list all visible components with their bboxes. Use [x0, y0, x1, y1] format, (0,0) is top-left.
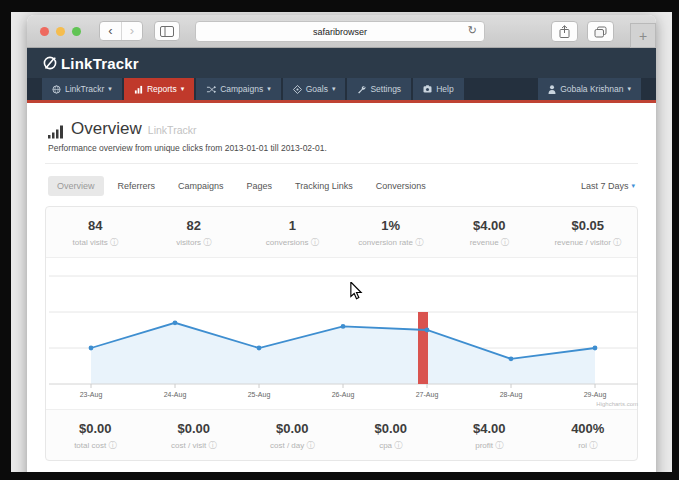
svg-text:28-Aug: 28-Aug	[500, 391, 523, 399]
stat-label: revenue	[470, 238, 499, 247]
app-logo[interactable]: LinkTrackr	[42, 55, 139, 72]
visits-chart[interactable]: 23-Aug24-Aug25-Aug26-Aug27-Aug28-Aug29-A…	[46, 257, 637, 410]
minimize-window-button[interactable]	[56, 27, 65, 36]
close-window-button[interactable]	[40, 27, 49, 36]
info-icon[interactable]: ⓘ	[108, 441, 116, 450]
app-nav: LinkTrackr ▾ Reports ▾ Camp	[27, 78, 656, 100]
fullscreen-window-button[interactable]	[72, 27, 81, 36]
stat-label: cost / visit	[171, 441, 206, 450]
stat-total-visits: 84 total visits ⓘ	[46, 218, 145, 248]
tab-overview[interactable]: Overview	[48, 176, 104, 196]
url-text: safaribrowser	[313, 27, 367, 37]
forward-button[interactable]: ›	[121, 22, 142, 40]
info-icon[interactable]: ⓘ	[203, 238, 211, 247]
stat-revenue: $4.00 revenue ⓘ	[440, 218, 539, 248]
caret-down-icon: ▾	[267, 85, 271, 93]
stat-value: 82	[145, 218, 244, 233]
reload-icon[interactable]: ↻	[468, 24, 477, 37]
stats-row-top: 84 total visits ⓘ 82 visitors ⓘ 1 conver…	[46, 207, 637, 257]
stat-label: revenue / visitor	[554, 238, 610, 247]
info-icon[interactable]: ⓘ	[589, 441, 597, 450]
info-icon[interactable]: ⓘ	[613, 238, 621, 247]
svg-text:25-Aug: 25-Aug	[248, 391, 271, 399]
tab-tracking-links[interactable]: Tracking Links	[286, 176, 362, 196]
report-tabs: Overview Referrers Campaigns Pages Track…	[45, 164, 638, 206]
nav-label: LinkTrackr	[65, 84, 104, 94]
stat-cost-per-visit: $0.00 cost / visit ⓘ	[145, 421, 244, 451]
stat-value: $0.00	[46, 421, 145, 436]
nav-item-help[interactable]: Help	[413, 78, 463, 100]
nav-item-goals[interactable]: Goals ▾	[283, 78, 346, 100]
stats-row-bottom: $0.00 total cost ⓘ $0.00 cost / visit ⓘ …	[46, 410, 637, 460]
date-range-dropdown[interactable]: Last 7 Days ▾	[581, 181, 635, 191]
stat-cpa: $0.00 cpa ⓘ	[342, 421, 441, 451]
stat-value: 1%	[342, 218, 441, 233]
stat-cost-per-day: $0.00 cost / day ⓘ	[243, 421, 342, 451]
globe-icon	[52, 85, 61, 94]
linktrackr-logo-icon	[42, 55, 58, 71]
stat-value: $0.00	[145, 421, 244, 436]
page-content: Overview LinkTrackr Performance overview…	[27, 103, 656, 461]
app-header: LinkTrackr	[27, 48, 656, 78]
info-icon[interactable]: ⓘ	[306, 441, 314, 450]
stat-label: visitors	[176, 238, 201, 247]
share-icon	[559, 25, 570, 38]
stat-conversions: 1 conversions ⓘ	[243, 218, 342, 248]
stat-label: total visits	[73, 238, 108, 247]
bar-chart-icon	[134, 85, 143, 94]
new-tab-button[interactable]: +	[630, 23, 656, 48]
mouse-cursor	[349, 282, 363, 300]
nav-label: Campaigns	[220, 84, 263, 94]
tab-referrers[interactable]: Referrers	[109, 176, 165, 196]
info-icon[interactable]: ⓘ	[208, 441, 216, 450]
nav-item-campaigns[interactable]: Campaigns ▾	[196, 78, 281, 100]
info-icon[interactable]: ⓘ	[415, 238, 423, 247]
stat-label: total cost	[74, 441, 106, 450]
user-icon	[548, 85, 556, 94]
nav-label: Settings	[370, 84, 401, 94]
back-button[interactable]: ‹	[100, 22, 121, 40]
info-icon[interactable]: ⓘ	[394, 441, 402, 450]
bar-chart-icon	[48, 125, 65, 139]
logo-text: LinkTrackr	[61, 55, 139, 72]
stat-visitors: 82 visitors ⓘ	[145, 218, 244, 248]
page-title: Overview	[71, 119, 142, 139]
page-title-suffix: LinkTrackr	[148, 124, 197, 136]
svg-text:23-Aug: 23-Aug	[80, 391, 103, 399]
browser-toolbar: ‹ › safaribrowser ↻	[27, 15, 656, 48]
user-name: Gobala Krishnan	[560, 84, 623, 94]
stat-value: 1	[243, 218, 342, 233]
show-tabs-button[interactable]	[587, 21, 614, 42]
caret-down-icon: ▾	[631, 182, 635, 190]
overview-stats-card: 84 total visits ⓘ 82 visitors ⓘ 1 conver…	[45, 206, 638, 461]
traffic-lights	[40, 27, 81, 36]
stat-conversion-rate: 1% conversion rate ⓘ	[342, 218, 441, 248]
browser-window: ‹ › safaribrowser ↻	[27, 15, 656, 472]
nav-label: Reports	[147, 84, 177, 94]
nav-item-settings[interactable]: Settings	[347, 78, 411, 100]
info-icon[interactable]: ⓘ	[495, 441, 503, 450]
info-icon[interactable]: ⓘ	[501, 238, 509, 247]
caret-down-icon: ▾	[181, 85, 185, 93]
address-bar[interactable]: safaribrowser ↻	[195, 21, 485, 42]
shuffle-icon	[206, 85, 216, 94]
svg-text:29-Aug: 29-Aug	[584, 391, 607, 399]
info-icon[interactable]: ⓘ	[110, 238, 118, 247]
nav-item-reports[interactable]: Reports ▾	[124, 78, 194, 100]
share-button[interactable]	[551, 21, 578, 42]
user-menu[interactable]: Gobala Krishnan ▾	[538, 78, 641, 100]
tab-campaigns[interactable]: Campaigns	[169, 176, 233, 196]
wrench-icon	[357, 85, 366, 94]
sidebar-icon	[160, 26, 174, 37]
target-icon	[293, 85, 302, 94]
desktop-background: ‹ › safaribrowser ↻	[11, 12, 672, 472]
nav-item-linktrackr[interactable]: LinkTrackr ▾	[42, 78, 122, 100]
stat-value: $4.00	[440, 421, 539, 436]
tab-conversions[interactable]: Conversions	[367, 176, 435, 196]
sidebar-toggle-button[interactable]	[154, 21, 180, 41]
svg-text:27-Aug: 27-Aug	[416, 391, 439, 399]
tab-pages[interactable]: Pages	[238, 176, 282, 196]
nav-label: Help	[436, 84, 453, 94]
info-icon[interactable]: ⓘ	[311, 238, 319, 247]
tabs-icon	[594, 26, 607, 38]
